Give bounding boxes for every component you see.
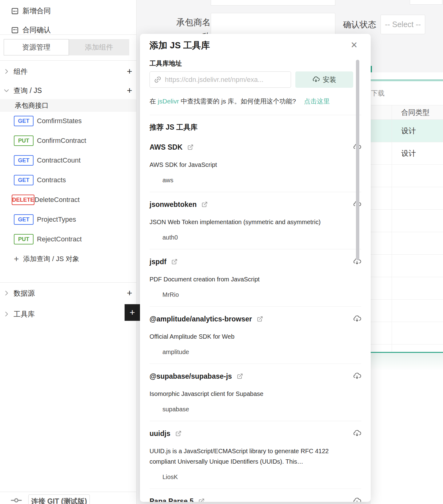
cloud-download-icon[interactable] [353,372,361,381]
table-row[interactable]: 设计 [371,120,443,142]
table-row-first-cell[interactable] [371,187,392,209]
cloud-download-icon[interactable] [353,497,361,502]
api-query-item[interactable]: PUT ConfirmContract [0,134,136,148]
table-header-row: 合同类型 [371,105,443,120]
table-row-first-cell[interactable] [371,322,392,344]
contract-type-cell[interactable]: 设计 [392,126,416,136]
api-query-name: DeleteContract [34,196,80,204]
close-icon[interactable]: × [348,39,360,51]
api-query-name: RejectContract [37,235,82,243]
external-link-icon[interactable] [237,373,243,379]
chevron-right-icon[interactable] [3,311,10,317]
divider [0,60,136,61]
table-row-first-cell[interactable] [371,210,392,232]
external-link-icon[interactable] [187,144,194,150]
library-url-input[interactable] [165,76,286,84]
download-label[interactable]: 下载 [371,89,385,98]
table-row[interactable] [371,255,443,277]
sidebar-tabs: 资源管理 添加组件 [4,39,129,55]
link-icon [153,75,163,85]
external-link-icon[interactable] [175,430,182,437]
confirm-status-select[interactable]: -- Select -- [381,15,425,34]
add-query-js-object-button[interactable]: + 添加查询 / JS 对象 [0,252,136,266]
table-row-first-cell[interactable] [371,142,392,164]
install-button[interactable]: 安装 [295,71,353,88]
form-field-partial-top[interactable] [211,0,335,6]
chevron-right-icon[interactable] [3,290,10,296]
contract-type-cell[interactable]: 设计 [392,148,416,158]
table-row[interactable] [371,300,443,322]
query-group-contractor-api[interactable]: 承包商接口 [0,99,136,112]
table-row[interactable] [371,187,443,210]
library-name: jspdf [150,258,166,266]
api-query-item[interactable]: PUT RejectContract [0,232,136,246]
tab-add-component[interactable]: 添加组件 [69,39,129,55]
table-row-first-cell[interactable] [371,277,392,299]
connect-git-button[interactable]: 连接 GIT (测试版) [28,494,90,504]
form-field-partial-topright[interactable] [410,0,442,5]
api-query-item[interactable]: GET ProjectTypes [0,212,136,227]
modal-title: 添加 JS 工具库 [150,39,361,51]
library-url-label: 工具库地址 [150,59,361,68]
chevron-right-icon[interactable] [3,68,10,75]
sidebar-item-confirm-contract[interactable]: 合同确认 [0,23,136,37]
table-row[interactable] [371,345,443,352]
table-row[interactable] [371,277,443,300]
contractor-name-input[interactable] [211,13,335,34]
http-method-badge: GET [14,214,34,225]
cloud-download-icon[interactable] [353,429,361,438]
external-link-icon[interactable] [202,201,208,208]
table-row-first-cell[interactable] [371,345,392,352]
chevron-down-icon[interactable] [3,87,10,94]
http-method-badge: PUT [14,135,34,146]
table-row[interactable] [371,232,443,255]
library-list-item: AWS SDK AWS SDK for JavaScript aws [150,135,361,192]
external-link-icon[interactable] [198,498,205,502]
table-row-first-cell[interactable] [371,255,392,277]
widget-selection-border-inner [371,81,443,81]
add-query-plus-button[interactable]: + [124,84,135,97]
external-link-icon[interactable] [171,259,178,265]
add-library-button[interactable]: + [125,304,140,321]
tree-section-queries[interactable]: 查询 / JS + [0,83,136,98]
library-list-item: uuidjs UUID.js is a JavaScript/ECMAScrip… [150,421,361,489]
tab-resource-management[interactable]: 资源管理 [4,39,69,55]
table-header-empty-cell [371,105,392,119]
install-button-label: 安装 [323,75,336,84]
table-row[interactable]: 设计 [371,142,443,165]
external-link-icon[interactable] [257,316,263,322]
table-row[interactable] [371,210,443,232]
sidebar-item-label: 合同确认 [22,25,51,35]
components-label: 组件 [14,67,28,76]
add-datasource-button[interactable]: + [124,287,135,299]
cloud-download-icon[interactable] [353,315,361,323]
jsdelivr-link[interactable]: jsDelivr [158,98,179,105]
sidebar-item-new-contract[interactable]: 新增合同 [0,4,136,18]
library-list-item: jspdf PDF Document creation from JavaScr… [150,249,361,307]
add-component-button[interactable]: + [124,65,135,78]
table-row-first-cell[interactable] [371,232,392,254]
api-query-item[interactable]: GET ComfirmStates [0,114,136,128]
table-row[interactable] [371,322,443,345]
plus-icon: + [14,254,19,264]
table-row-first-cell[interactable] [371,165,392,187]
api-query-item[interactable]: GET Contracts [0,173,136,187]
table-footer-fade [371,353,443,371]
library-name: uuidjs [150,429,170,438]
api-query-name: ComfirmStates [37,117,82,125]
confirm-status-label: 确认状态 [343,19,376,30]
tree-section-libraries[interactable]: 工具库 [0,307,136,321]
library-description: UUID.js is a JavaScript/ECMAScript libra… [150,446,343,467]
table-row-first-cell[interactable] [371,300,392,322]
tree-section-datasources[interactable]: 数据源 + [0,286,136,300]
modal-scrollbar[interactable] [356,60,359,260]
api-query-item[interactable]: GET ContractCount [0,153,136,167]
tree-section-components[interactable]: 组件 + [0,64,136,79]
library-description: Official Amplitude SDK for Web [150,331,343,342]
click-here-link[interactable]: 点击这里 [304,98,330,105]
table-row[interactable] [371,165,443,187]
page-icon [11,7,19,15]
api-query-item[interactable]: DELETE DeleteContract [0,193,136,207]
table-row-first-cell[interactable] [371,120,392,142]
recommended-title: 推荐 JS 工具库 [150,123,361,132]
